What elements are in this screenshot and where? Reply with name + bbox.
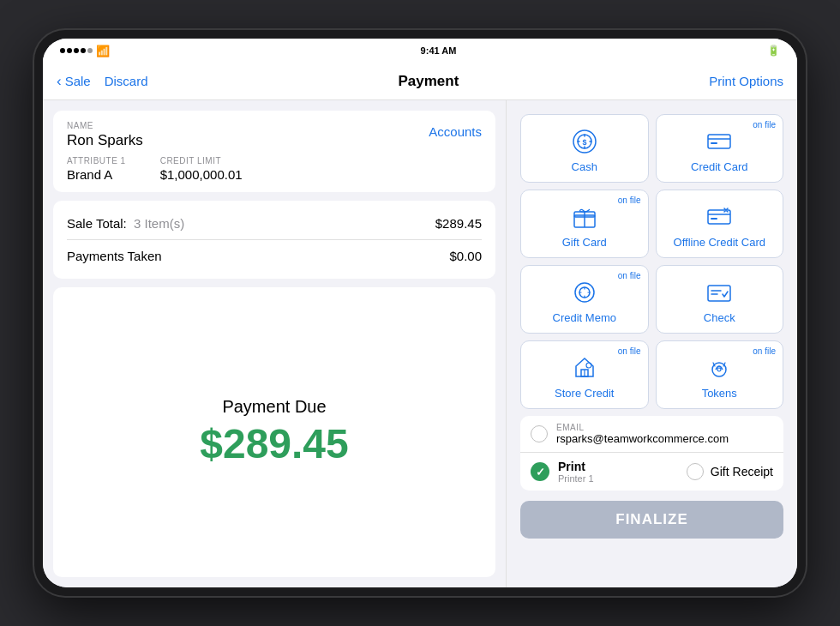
credit-card-payment-button[interactable]: on file Credit Card — [656, 114, 784, 183]
svg-text:$: $ — [582, 138, 586, 147]
tablet-frame: 📶 9:41 AM 🔋 ‹ Sale Discard Payment Print… — [34, 30, 806, 596]
sale-total-value: $289.45 — [435, 216, 482, 231]
total-divider — [67, 239, 482, 240]
finalize-button[interactable]: FINALIZE — [520, 501, 783, 539]
print-label: Print — [558, 460, 594, 473]
store-credit-payment-button[interactable]: on file Store Credit — [520, 340, 649, 409]
payments-taken-row: Payments Taken $0.00 — [67, 244, 482, 268]
credit-memo-label: Credit Memo — [553, 311, 616, 324]
svg-rect-9 — [708, 210, 730, 224]
payment-buttons-grid: $ Cash on file — [513, 107, 790, 416]
credit-card-on-file-badge: on file — [753, 120, 776, 129]
credit-limit-group: CREDIT LIMIT $1,000,000.01 — [160, 156, 243, 182]
store-credit-icon — [569, 352, 600, 383]
print-info: Print Printer 1 — [558, 460, 594, 484]
email-value: rsparks@teamworkcommerce.com — [556, 432, 729, 445]
printer-sublabel: Printer 1 — [558, 473, 594, 484]
print-left: Print Printer 1 — [531, 460, 594, 484]
discard-button[interactable]: Discard — [105, 74, 148, 88]
cash-label: Cash — [572, 160, 597, 173]
credit-card-icon — [704, 126, 735, 157]
email-row: EMAIL rsparks@teamworkcommerce.com — [520, 416, 783, 453]
email-radio[interactable] — [531, 425, 548, 442]
svg-point-18 — [586, 363, 591, 368]
bottom-section: EMAIL rsparks@teamworkcommerce.com Print… — [513, 416, 790, 494]
payments-taken-label: Payments Taken — [67, 249, 162, 263]
attribute1-group: ATTRIBUTE 1 Brand A — [67, 156, 126, 182]
attr1-label: ATTRIBUTE 1 — [67, 156, 126, 166]
attr1-value: Brand A — [67, 167, 126, 182]
nav-bar: ‹ Sale Discard Payment Print Options — [43, 63, 797, 100]
gift-receipt-label: Gift Receipt — [711, 465, 773, 479]
back-chevron-icon: ‹ — [57, 73, 62, 90]
print-radio[interactable] — [531, 462, 549, 481]
offline-credit-card-payment-button[interactable]: Offline Credit Card — [656, 190, 784, 258]
tokens-payment-button[interactable]: on file Tokens — [656, 340, 784, 409]
credit-memo-payment-button[interactable]: on file Credit Memo — [520, 265, 649, 334]
back-button[interactable]: ‹ Sale — [57, 73, 91, 90]
signal-icon — [60, 48, 93, 53]
sale-total-items: 3 Item(s) — [134, 216, 184, 231]
credit-card-label: Credit Card — [691, 160, 747, 173]
totals-card: Sale Total: 3 Item(s) $289.45 Payments T… — [53, 201, 495, 279]
payment-due-amount: $289.45 — [200, 420, 349, 467]
attr-row: ATTRIBUTE 1 Brand A CREDIT LIMIT $1,000,… — [67, 156, 482, 182]
check-label: Check — [704, 311, 735, 324]
gift-receipt-radio[interactable] — [687, 463, 704, 480]
status-bar: 📶 9:41 AM 🔋 — [43, 39, 797, 63]
credit-memo-icon — [569, 277, 600, 308]
right-panel: $ Cash on file — [506, 100, 797, 587]
payment-due-section: Payment Due $289.45 — [53, 287, 495, 577]
name-label: NAME — [67, 121, 143, 130]
customer-name: Ron Sparks — [67, 132, 143, 149]
cash-icon: $ — [569, 126, 600, 157]
gift-card-label: Gift Card — [562, 236, 607, 249]
check-payment-button[interactable]: Check — [656, 265, 784, 334]
gift-card-payment-button[interactable]: on file Gift Card — [520, 190, 649, 258]
store-credit-on-file-badge: on file — [618, 346, 641, 356]
store-credit-label: Store Credit — [555, 387, 614, 400]
customer-info-card: NAME Ron Sparks Accounts ATTRIBUTE 1 Bra… — [53, 111, 495, 192]
tokens-icon — [704, 352, 735, 383]
tokens-on-file-badge: on file — [753, 346, 776, 356]
svg-rect-3 — [708, 135, 730, 148]
back-label: Sale — [65, 74, 91, 88]
battery-icon: 🔋 — [767, 45, 780, 57]
gift-card-on-file-badge: on file — [618, 196, 641, 205]
left-panel: NAME Ron Sparks Accounts ATTRIBUTE 1 Bra… — [43, 100, 506, 587]
email-info: EMAIL rsparks@teamworkcommerce.com — [556, 423, 729, 445]
print-options-button[interactable]: Print Options — [709, 74, 783, 88]
name-group: NAME Ron Sparks — [67, 121, 143, 149]
svg-point-20 — [717, 368, 721, 371]
tokens-label: Tokens — [702, 387, 737, 400]
page-title: Payment — [398, 73, 459, 90]
name-row: NAME Ron Sparks Accounts — [67, 121, 482, 149]
tablet-screen: 📶 9:41 AM 🔋 ‹ Sale Discard Payment Print… — [43, 39, 797, 587]
email-label: EMAIL — [556, 423, 729, 432]
offline-credit-card-icon — [704, 202, 735, 232]
accounts-link[interactable]: Accounts — [429, 124, 482, 139]
status-time: 9:41 AM — [421, 45, 457, 56]
svg-point-12 — [575, 283, 594, 302]
payment-due-label: Payment Due — [222, 397, 326, 417]
nav-left: ‹ Sale Discard — [57, 73, 148, 90]
credit-limit-value: $1,000,000.01 — [160, 167, 243, 182]
status-left: 📶 — [60, 45, 110, 57]
wifi-icon: 📶 — [96, 45, 110, 57]
credit-memo-on-file-badge: on file — [618, 271, 641, 280]
cash-payment-button[interactable]: $ Cash — [520, 114, 649, 183]
offline-credit-card-label: Offline Credit Card — [674, 236, 765, 249]
print-row: Print Printer 1 Gift Receipt — [520, 453, 783, 491]
sale-total-row: Sale Total: 3 Item(s) $289.45 — [67, 211, 482, 236]
credit-limit-label: CREDIT LIMIT — [160, 156, 243, 166]
payments-taken-value: $0.00 — [449, 249, 482, 263]
sale-total-label: Sale Total: 3 Item(s) — [67, 216, 184, 231]
main-content: NAME Ron Sparks Accounts ATTRIBUTE 1 Bra… — [43, 100, 797, 587]
check-icon — [704, 277, 735, 308]
gift-card-icon — [569, 202, 600, 232]
gift-receipt-button[interactable]: Gift Receipt — [687, 463, 773, 480]
